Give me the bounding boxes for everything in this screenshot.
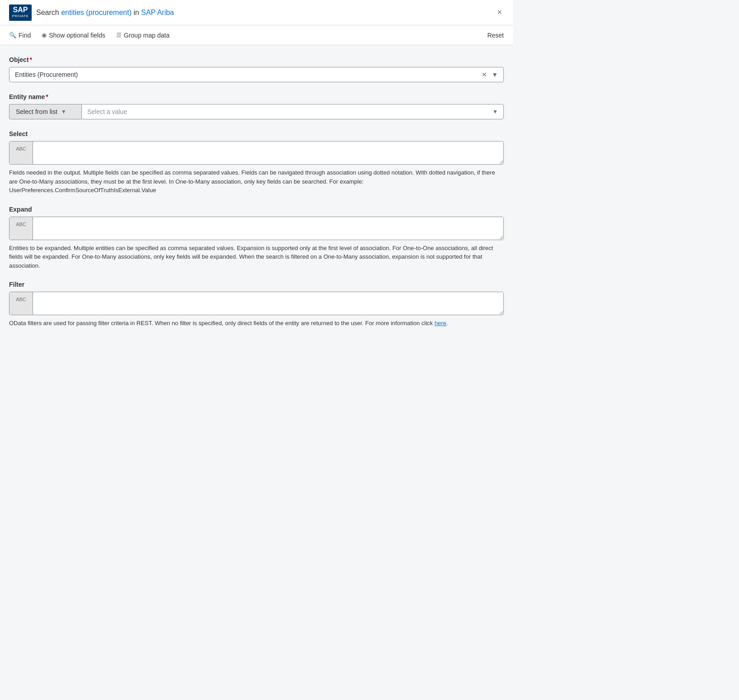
title-highlight2: SAP Ariba xyxy=(141,9,174,16)
select-textarea-wrapper: ABC xyxy=(9,141,504,165)
reset-button[interactable]: Reset xyxy=(487,32,504,39)
select-value-placeholder: Select a value xyxy=(87,108,127,115)
select-textarea[interactable] xyxy=(33,142,503,164)
filter-section: Filter ABC OData filters are used for pa… xyxy=(9,281,504,328)
clear-icon[interactable]: ✕ xyxy=(482,71,487,78)
header-left: SAP PRIVATE Search entities (procurement… xyxy=(9,5,174,21)
title-middle: in xyxy=(132,9,141,16)
show-optional-label: Show optional fields xyxy=(49,32,105,39)
find-icon: 🔍 xyxy=(9,32,16,38)
main-content: Object* Entities (Procurement) ✕ ▼ Entit… xyxy=(0,45,513,350)
select-from-list-button[interactable]: Select from list ▼ xyxy=(9,104,81,119)
filter-help-prefix: OData filters are used for passing filte… xyxy=(9,320,435,326)
expand-textarea[interactable] xyxy=(33,217,503,240)
expand-section-label: Expand xyxy=(9,206,504,213)
entity-name-required-star: * xyxy=(46,93,48,100)
toolbar: 🔍 Find ◉ Show optional fields ☰ Group ma… xyxy=(0,25,513,45)
filter-textarea-wrapper: ABC xyxy=(9,292,504,315)
sap-private-badge: PRIVATE xyxy=(11,14,30,19)
select-abc-label: ABC xyxy=(9,142,33,164)
title-highlight1: entities (procurement) xyxy=(61,9,132,16)
group-map-button[interactable]: ☰ Group map data xyxy=(116,30,170,41)
select-value-dropdown[interactable]: Select a value ▼ xyxy=(81,104,504,119)
expand-textarea-wrapper: ABC xyxy=(9,217,504,240)
object-section: Object* Entities (Procurement) ✕ ▼ xyxy=(9,56,504,82)
select-section: Select ABC Fields needed in the output. … xyxy=(9,130,504,195)
show-optional-fields-button[interactable]: ◉ Show optional fields xyxy=(42,30,105,41)
filter-help-text: OData filters are used for passing filte… xyxy=(9,319,504,328)
sap-logo-text: SAP xyxy=(13,6,28,14)
title-prefix: Search xyxy=(36,9,61,16)
filter-textarea[interactable] xyxy=(33,292,503,315)
dialog-header: SAP PRIVATE Search entities (procurement… xyxy=(0,0,513,25)
group-icon: ☰ xyxy=(116,32,122,38)
object-required-star: * xyxy=(30,56,32,63)
find-label: Find xyxy=(19,32,31,39)
filter-section-label: Filter xyxy=(9,281,504,288)
chevron-down-icon: ▼ xyxy=(493,109,498,115)
object-label: Object* xyxy=(9,56,504,63)
select-from-list-label: Select from list xyxy=(16,108,57,115)
expand-help-text: Entities to be expanded. Multiple entiti… xyxy=(9,244,504,270)
entity-name-label: Entity name* xyxy=(9,93,504,100)
chevron-down-icon: ▼ xyxy=(492,71,498,78)
dialog-title: Search entities (procurement) in SAP Ari… xyxy=(36,9,174,17)
eye-icon: ◉ xyxy=(42,32,47,38)
filter-help-suffix: . xyxy=(446,320,448,326)
object-selected-value: Entities (Procurement) xyxy=(15,71,78,78)
filter-help-link[interactable]: here xyxy=(435,320,446,326)
close-button[interactable]: × xyxy=(495,6,504,19)
filter-abc-label: ABC xyxy=(9,292,33,315)
chevron-down-icon: ▼ xyxy=(61,109,66,115)
find-button[interactable]: 🔍 Find xyxy=(9,30,31,41)
entity-name-row: Select from list ▼ Select a value ▼ xyxy=(9,104,504,119)
entity-name-section: Entity name* Select from list ▼ Select a… xyxy=(9,93,504,119)
select-section-label: Select xyxy=(9,130,504,137)
toolbar-left: 🔍 Find ◉ Show optional fields ☰ Group ma… xyxy=(9,30,170,41)
expand-section: Expand ABC Entities to be expanded. Mult… xyxy=(9,206,504,270)
select-help-text: Fields needed in the output. Multiple fi… xyxy=(9,168,504,195)
expand-abc-label: ABC xyxy=(9,217,33,240)
object-select-icons: ✕ ▼ xyxy=(482,71,498,78)
sap-logo: SAP PRIVATE xyxy=(9,5,32,21)
group-map-label: Group map data xyxy=(124,32,170,39)
object-dropdown[interactable]: Entities (Procurement) ✕ ▼ xyxy=(9,67,504,82)
